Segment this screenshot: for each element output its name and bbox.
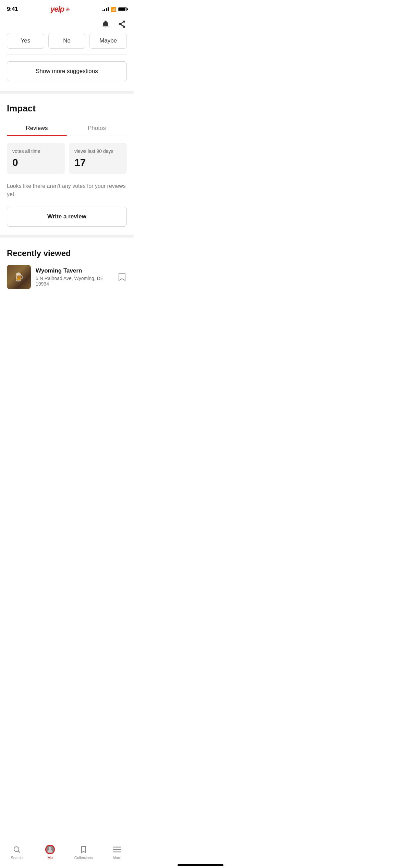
views-label: views last 90 days	[74, 148, 121, 154]
show-more-container: Show more suggestions	[0, 55, 134, 88]
business-thumbnail: 🍺	[7, 265, 31, 289]
wifi-icon: 📶	[111, 7, 116, 12]
status-bar: 9:41 yelp ✳ 📶	[0, 0, 134, 16]
yelp-logo-text: yelp	[50, 5, 64, 14]
recently-viewed-title: Recently viewed	[7, 249, 127, 258]
show-more-suggestions-button[interactable]: Show more suggestions	[7, 61, 127, 81]
tab-photos[interactable]: Photos	[67, 121, 127, 136]
business-address: 5 N Railroad Ave, Wyoming, DE 19934	[36, 276, 112, 287]
status-time: 9:41	[7, 6, 18, 13]
battery-icon	[118, 7, 127, 11]
status-icons: 📶	[102, 7, 127, 12]
share-icon[interactable]	[117, 19, 127, 29]
maybe-button[interactable]: Maybe	[89, 33, 127, 49]
write-review-button[interactable]: Write a review	[7, 207, 127, 227]
business-name[interactable]: Wyoming Tavern	[36, 267, 112, 274]
section-divider	[0, 91, 134, 94]
votes-label: votes all time	[12, 148, 59, 154]
impact-title: Impact	[7, 103, 127, 114]
tab-reviews[interactable]: Reviews	[7, 121, 67, 136]
impact-tabs: Reviews Photos	[7, 121, 127, 136]
app-logo-container: yelp ✳	[50, 5, 70, 14]
section-divider-2	[0, 235, 134, 238]
impact-section: Impact Reviews Photos	[0, 96, 134, 136]
yes-button[interactable]: Yes	[7, 33, 44, 49]
write-review-container: Write a review	[0, 207, 134, 232]
no-votes-message: Looks like there aren’t any votes for yo…	[0, 182, 134, 207]
views-value: 17	[74, 157, 121, 168]
votes-value: 0	[12, 157, 59, 168]
views-stat-card: views last 90 days 17	[69, 143, 127, 174]
signal-icon	[102, 7, 109, 11]
yelp-burst-icon: ✳	[65, 6, 70, 13]
recently-viewed-section: Recently viewed 🍺 Wyoming Tavern 5 N Rai…	[0, 240, 134, 294]
no-button[interactable]: No	[48, 33, 86, 49]
business-info: Wyoming Tavern 5 N Railroad Ave, Wyoming…	[36, 267, 112, 287]
suggestion-buttons-row: Yes No Maybe	[0, 33, 134, 54]
bookmark-icon[interactable]	[117, 272, 127, 282]
list-item: 🍺 Wyoming Tavern 5 N Railroad Ave, Wyomi…	[7, 265, 127, 289]
notification-bell-icon[interactable]	[101, 19, 110, 29]
votes-stat-card: votes all time 0	[7, 143, 65, 174]
top-action-bar	[0, 16, 134, 33]
stats-row: votes all time 0 views last 90 days 17	[0, 143, 134, 174]
